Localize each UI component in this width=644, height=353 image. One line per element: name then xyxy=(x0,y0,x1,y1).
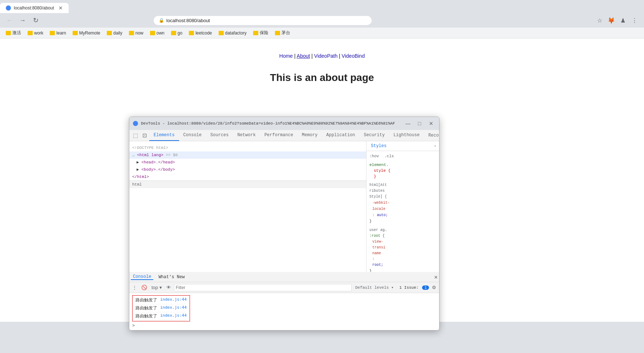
bookmark-label: datafactory xyxy=(225,31,247,36)
tab-network[interactable]: Network xyxy=(233,130,260,141)
folder-icon xyxy=(107,31,112,35)
menu-button[interactable]: ⋮ xyxy=(629,15,640,25)
devtools-title: DevTools - localhost:8080/video/28/info2… xyxy=(141,121,401,126)
nav-videopath[interactable]: VideoPath xyxy=(314,53,337,59)
styles-panel: Styles › :hov .cls element. style { } xyxy=(366,141,439,272)
devtools-close-button[interactable]: ✕ xyxy=(427,119,436,128)
console-tab-main[interactable]: Console xyxy=(131,274,153,280)
tab-close-button[interactable]: ✕ xyxy=(58,5,63,11)
styles-filter-row: :hov .cls xyxy=(369,153,436,159)
styles-chevron[interactable]: › xyxy=(434,144,436,148)
browser-tab[interactable]: localhost:8080/about ✕ xyxy=(0,3,69,13)
tab-console[interactable]: Console xyxy=(179,130,206,141)
devtools-maximize-button[interactable]: □ xyxy=(415,119,424,128)
page-content: Home | About | VideoPath | VideoBind Thi… xyxy=(0,38,644,322)
console-prompt[interactable]: > xyxy=(132,322,436,329)
styles-rule-element: element. style { } xyxy=(369,162,436,179)
inspect-element-button[interactable]: ⬚ xyxy=(131,130,140,141)
nav-sep-2: | xyxy=(311,53,314,59)
console-msg-3: 路由触发了 xyxy=(135,313,157,319)
console-filter-input[interactable] xyxy=(174,284,352,291)
page-heading: This is an about page xyxy=(7,72,637,84)
bookmark-own[interactable]: own xyxy=(147,29,167,37)
elements-body-tag[interactable]: ▶ <body>…</body> xyxy=(129,166,366,173)
browser-window: localhost:8080/about ✕ ← → ↻ 🔒 localhost… xyxy=(0,0,644,353)
bookmark-button[interactable]: ☆ xyxy=(595,15,605,25)
forward-button[interactable]: → xyxy=(17,15,28,25)
console-source-3[interactable]: index.js:44 xyxy=(160,313,187,318)
reload-button[interactable]: ↻ xyxy=(31,15,41,25)
tab-lighthouse[interactable]: Lighthouse xyxy=(389,130,424,141)
elements-html-tag[interactable]: … <html lang> == $0 xyxy=(129,151,366,159)
tab-application[interactable]: Application xyxy=(322,130,359,141)
elements-panel: <!DOCTYPE html> … <html lang> == $0 ▶ <h… xyxy=(129,141,366,272)
console-top-context[interactable]: top ▾ xyxy=(150,283,163,292)
console-eye-button[interactable]: 👁 xyxy=(165,283,173,292)
bookmark-myremote[interactable]: MyRemote xyxy=(70,29,103,37)
tab-elements[interactable]: Elements xyxy=(149,130,179,141)
site-nav: Home | About | VideoPath | VideoBind xyxy=(7,46,637,65)
console-source-1[interactable]: index.js:44 xyxy=(160,297,187,302)
console-entry-3: 路由触发了 index.js:44 xyxy=(135,312,187,320)
console-more-button[interactable]: ⋮ xyxy=(131,283,138,292)
console-tab-row: Console What's New ✕ xyxy=(129,272,439,282)
folder-icon xyxy=(6,31,11,35)
console-default-levels[interactable]: Default levels ▾ xyxy=(353,285,396,290)
console-source-2[interactable]: index.js:44 xyxy=(160,305,187,310)
elements-head-tag[interactable]: ▶ <head>…</head> xyxy=(129,159,366,166)
address-bar: ← → ↻ 🔒 localhost:8080/about ☆ 🦊 ♟ ⋮ xyxy=(0,13,644,28)
folder-icon xyxy=(189,31,194,35)
bookmark-learn[interactable]: learn xyxy=(47,29,69,37)
elements-html-close[interactable]: </html> xyxy=(129,173,366,180)
tab-security[interactable]: Security xyxy=(360,130,389,141)
bookmark-now[interactable]: now xyxy=(126,29,146,37)
bookmark-maotai[interactable]: 茅台 xyxy=(272,29,293,37)
folder-icon xyxy=(28,31,33,35)
console-entry-1: 路由触发了 index.js:44 xyxy=(135,296,187,304)
bookmark-激活[interactable]: 激活 xyxy=(3,29,24,37)
console-msg-box: 路由触发了 index.js:44 路由触发了 index.js:44 路由触发… xyxy=(132,295,190,321)
console-close-button[interactable]: ✕ xyxy=(434,273,438,281)
bookmark-label: leetcode xyxy=(195,31,212,36)
console-clear-button[interactable]: 🚫 xyxy=(140,283,149,292)
back-button[interactable]: ← xyxy=(4,15,15,25)
styles-tab[interactable]: Styles xyxy=(369,143,388,149)
tab-title: localhost:8080/about xyxy=(14,5,54,11)
url-bar[interactable]: 🔒 localhost:8080/about xyxy=(154,16,372,25)
extension-button[interactable]: ♟ xyxy=(618,15,628,25)
folder-icon xyxy=(73,31,78,35)
device-toolbar-button[interactable]: ⊡ xyxy=(140,130,149,141)
nav-about[interactable]: About xyxy=(297,53,310,59)
tab-performance[interactable]: Performance xyxy=(260,130,297,141)
console-msg-2: 路由触发了 xyxy=(135,305,157,311)
console-body: 路由触发了 index.js:44 路由触发了 index.js:44 路由触发… xyxy=(129,293,439,330)
tab-memory[interactable]: Memory xyxy=(297,130,322,141)
bookmark-go[interactable]: go xyxy=(168,29,185,37)
tab-sources[interactable]: Sources xyxy=(206,130,233,141)
console-settings-button[interactable]: ⚙ xyxy=(430,283,438,292)
elements-breadcrumb: html xyxy=(129,180,366,188)
bookmark-datafactory[interactable]: datafactory xyxy=(216,29,250,37)
elements-doctype[interactable]: <!DOCTYPE html> xyxy=(129,144,366,151)
bookmark-leetcode[interactable]: leetcode xyxy=(186,29,215,37)
bookmark-insurance[interactable]: 保险 xyxy=(250,29,271,37)
profile-button[interactable]: 🦊 xyxy=(606,15,616,25)
console-entries-group: 路由触发了 index.js:44 路由触发了 index.js:44 路由触发… xyxy=(132,295,436,322)
devtools-window: DevTools - localhost:8080/video/28/info2… xyxy=(129,117,440,330)
console-toolbar: ⋮ 🚫 top ▾ 👁 Default levels ▾ 1 Issue: 1 … xyxy=(129,282,439,293)
nav-videobind[interactable]: VideoBind xyxy=(342,53,365,59)
tab-bar: localhost:8080/about ✕ xyxy=(0,0,644,13)
bookmarks-bar: 激活 work learn MyRemote daily now own go xyxy=(0,28,644,38)
bookmark-label: now xyxy=(135,31,143,36)
nav-home[interactable]: Home xyxy=(279,53,293,59)
bookmark-daily[interactable]: daily xyxy=(104,29,125,37)
console-issue-badge: 1 xyxy=(422,285,429,290)
folder-icon xyxy=(171,31,176,35)
devtools-tabs: Elements Console Sources Network Perform… xyxy=(149,130,440,141)
bookmark-label: 保险 xyxy=(260,30,268,36)
bookmark-label: 激活 xyxy=(12,30,21,36)
tab-recorder[interactable]: Recorder 🎬 xyxy=(424,130,440,141)
bookmark-work[interactable]: work xyxy=(25,29,46,37)
devtools-minimize-button[interactable]: — xyxy=(404,119,412,128)
console-tab-whatsnew[interactable]: What's New xyxy=(156,275,187,280)
